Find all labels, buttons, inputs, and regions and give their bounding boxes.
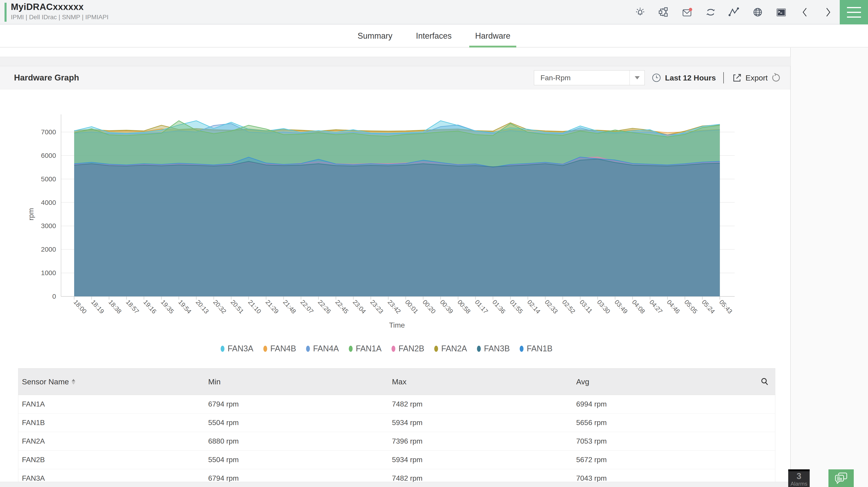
export-button[interactable]: Export	[745, 73, 768, 82]
chart-legend: FAN3AFAN4BFAN4AFAN1AFAN2BFAN2AFAN3BFAN1B	[0, 344, 773, 354]
alarms-label: Alarms	[788, 481, 810, 487]
x-tick-label: 18:00	[72, 299, 88, 315]
legend-item-FAN2A[interactable]: FAN2A	[434, 344, 467, 354]
fan-rpm-area-chart: 0100020003000400050006000700018:0018:191…	[0, 89, 790, 342]
globe-icon[interactable]	[752, 6, 764, 18]
terminal-icon[interactable]	[775, 6, 787, 18]
right-margin	[790, 48, 868, 487]
legend-dot-icon	[477, 346, 481, 352]
x-tick-label: 02:52	[561, 299, 577, 315]
alarms-badge[interactable]: 3 Alarms	[788, 469, 810, 487]
refresh-icon[interactable]	[771, 72, 781, 83]
x-tick-label: 03:30	[596, 299, 612, 315]
x-tick-label: 20:13	[194, 299, 210, 315]
chevron-left-icon[interactable]	[799, 6, 811, 18]
alarm-bell-icon[interactable]	[634, 6, 646, 18]
legend-item-FAN3A[interactable]: FAN3A	[221, 344, 253, 354]
x-tick-label: 00:39	[439, 299, 455, 315]
device-title: MyiDRACxxxxxx	[11, 2, 84, 12]
metric-dropdown[interactable]: Fan-Rpm	[534, 70, 645, 85]
x-tick-label: 19:16	[142, 299, 158, 315]
x-tick-label: 23:23	[369, 299, 385, 315]
x-tick-label: 01:17	[473, 299, 489, 315]
x-tick-label: 21:29	[264, 299, 280, 315]
tab-summary[interactable]: Summary	[352, 25, 398, 47]
x-tick-label: 18:19	[90, 299, 105, 315]
export-group: Export	[732, 66, 781, 89]
mail-icon[interactable]	[681, 6, 693, 18]
x-tick-label: 00:01	[404, 299, 420, 315]
table-search-icon[interactable]	[760, 377, 769, 388]
legend-label: FAN4A	[313, 344, 339, 354]
legend-dot-icon	[221, 346, 224, 352]
tab-interfaces[interactable]: Interfaces	[410, 25, 458, 47]
chevron-right-icon[interactable]	[822, 6, 834, 18]
table-cell: 7482 rpm	[392, 400, 576, 408]
legend-item-FAN4A[interactable]: FAN4A	[306, 344, 339, 354]
table-row: FAN2B5504 rpm5934 rpm5672 rpm	[18, 451, 775, 469]
table-row: FAN2A6880 rpm7396 rpm7053 rpm	[18, 432, 775, 451]
x-tick-label: 04:08	[631, 299, 647, 315]
card-header: Hardware Graph Fan-Rpm Last 12 Hours	[0, 66, 790, 89]
table-cell: 5934 rpm	[392, 456, 576, 464]
chat-icon	[834, 471, 848, 485]
table-cell: 6880 rpm	[208, 437, 392, 446]
header-icon-row	[634, 0, 834, 24]
time-range-selector[interactable]: Last 12 Hours	[651, 66, 716, 89]
clock-icon	[651, 72, 662, 83]
legend-label: FAN3A	[228, 344, 253, 354]
legend-item-FAN2B[interactable]: FAN2B	[392, 344, 424, 354]
tab-hardware[interactable]: Hardware	[469, 25, 516, 47]
table-cell: 7482 rpm	[392, 474, 576, 482]
x-tick-label: 00:20	[421, 299, 437, 315]
legend-dot-icon	[392, 346, 395, 352]
column-header-max[interactable]: Max	[392, 377, 576, 386]
legend-label: FAN4B	[270, 344, 296, 354]
table-cell: 6994 rpm	[576, 400, 775, 408]
x-tick-label: 02:14	[526, 299, 542, 315]
y-tick-label: 7000	[41, 128, 56, 136]
x-tick-label: 05:43	[718, 299, 734, 315]
legend-dot-icon	[306, 346, 310, 352]
dropdown-caret-icon[interactable]	[629, 70, 645, 85]
export-icon[interactable]	[732, 72, 742, 83]
sparkline-icon[interactable]	[728, 6, 740, 18]
hardware-graph-card: Hardware Graph Fan-Rpm Last 12 Hours	[0, 66, 790, 482]
x-tick-label: 21:48	[282, 299, 298, 315]
x-tick-label: 03:11	[578, 299, 594, 314]
top-header: MyiDRACxxxxxx IPMI | Dell IDrac | SNMP |…	[0, 0, 868, 24]
workflow-icon[interactable]	[658, 6, 670, 18]
legend-label: FAN2B	[399, 344, 424, 354]
legend-item-FAN4B[interactable]: FAN4B	[264, 344, 296, 354]
table-cell: 5656 rpm	[576, 419, 775, 427]
table-cell: 7043 rpm	[576, 474, 775, 482]
column-header-min[interactable]: Min	[208, 377, 392, 386]
x-tick-label: 18:38	[107, 299, 123, 315]
x-tick-label: 20:32	[212, 299, 228, 315]
legend-item-FAN1A[interactable]: FAN1A	[349, 344, 381, 354]
hamburger-menu-icon[interactable]	[840, 0, 868, 24]
table-cell: 5672 rpm	[576, 456, 775, 464]
link-loop-icon[interactable]	[705, 6, 717, 18]
column-header-avg[interactable]: Avg	[576, 377, 775, 386]
legend-label: FAN1B	[527, 344, 553, 354]
x-tick-label: 02:33	[544, 299, 559, 315]
table-cell: FAN1A	[18, 400, 208, 408]
x-tick-label: 22:45	[334, 299, 350, 315]
area-series-FAN3B	[74, 159, 720, 296]
x-tick-label: 05:05	[683, 299, 699, 315]
column-header-sensor-name[interactable]: Sensor Name	[18, 377, 208, 386]
table-row: FAN3A6794 rpm7482 rpm7043 rpm	[18, 469, 775, 482]
chat-button[interactable]	[829, 469, 854, 487]
x-tick-label: 19:54	[177, 299, 193, 315]
legend-item-FAN3B[interactable]: FAN3B	[477, 344, 510, 354]
x-tick-label: 22:26	[316, 299, 332, 315]
table-row: FAN1A6794 rpm7482 rpm6994 rpm	[18, 395, 775, 414]
x-tick-label: 21:10	[247, 299, 263, 315]
table-cell: FAN1B	[18, 419, 208, 427]
alarms-count: 3	[788, 471, 810, 481]
card-title: Hardware Graph	[14, 73, 79, 83]
table-header: Sensor Name Min Max Avg	[18, 368, 775, 395]
legend-item-FAN1B[interactable]: FAN1B	[520, 344, 553, 354]
legend-dot-icon	[349, 346, 352, 352]
